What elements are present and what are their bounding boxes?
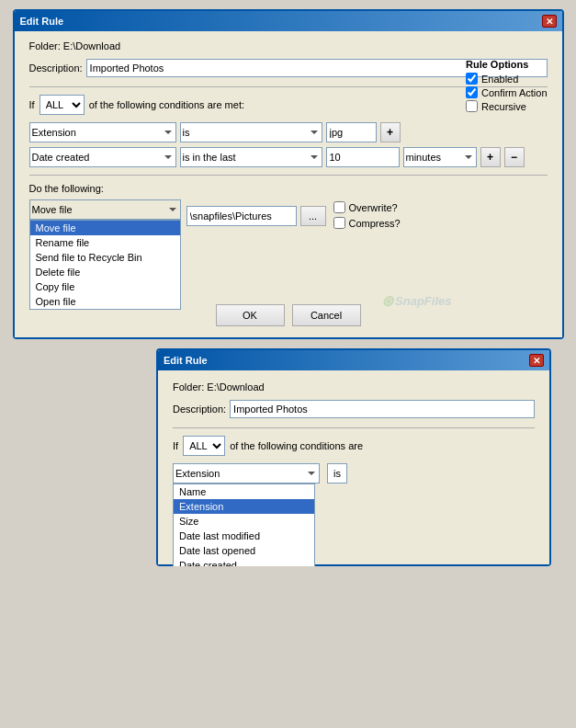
conditions-text: of the following conditions are met: [89,99,244,110]
add-condition-1-button[interactable]: + [380,122,401,142]
conditions-text-2: of the following conditions are [230,440,363,451]
confirm-label: Confirm Action [481,87,548,98]
confirm-row: Confirm Action [466,86,548,98]
condition-row-2b: Extension Name Extension Size Date last … [173,463,535,483]
action-send-recycle[interactable]: Send file to Recycle Bin [30,250,180,265]
condition-row-2: Extension Name Size Date last modified D… [29,147,548,167]
ext-opt-name[interactable]: Name [174,484,314,499]
title-bar-1: Edit Rule ✕ [15,11,562,31]
ext-field-container: Extension Name Extension Size Date last … [173,463,320,483]
path-input[interactable] [186,206,297,226]
window-title-1: Edit Rule [20,16,64,27]
browse-button[interactable]: ... [300,206,326,226]
close-button-2[interactable]: ✕ [529,354,544,367]
condition1-field-select[interactable]: Extension Name Size Date last modified D… [29,122,176,142]
condition2-unit-select[interactable]: minutes hours days [403,147,477,167]
compress-row: Compress? [333,217,401,229]
ext-opt-date-modified[interactable]: Date last modified [174,529,314,543]
enabled-label: Enabled [481,74,518,85]
recursive-row: Recursive [466,100,548,112]
compress-checkbox[interactable] [333,217,345,229]
ext-dropdown-list: Name Extension Size Date last modified D… [173,483,315,566]
ext-opt-date-opened[interactable]: Date last opened [174,543,314,558]
window-title-2: Edit Rule [164,355,208,366]
close-button-1[interactable]: ✕ [542,15,557,28]
ext-opt-date-created[interactable]: Date created [174,558,314,566]
description-input-2[interactable] [230,400,535,418]
action-delete-file[interactable]: Delete file [30,265,180,279]
condition1-operator-select[interactable]: is is not contains [180,122,322,142]
all-select[interactable]: ALL ANY [40,95,85,115]
condition2-field-select[interactable]: Extension Name Size Date last modified D… [29,147,176,167]
recursive-checkbox[interactable] [466,100,478,112]
all-select-2[interactable]: ALL [183,436,225,456]
ext-opt-extension[interactable]: Extension [174,499,314,514]
overwrite-checkbox[interactable] [333,201,345,213]
separator-3 [173,427,535,428]
cancel-button[interactable]: Cancel [292,304,361,326]
overwrite-area: Overwrite? Compress? [333,201,401,231]
separator-2 [29,175,548,176]
action-dropdown-list: Move file Rename file Send file to Recyc… [29,220,181,310]
window2-body: Folder: E:\Download Description: If ALL … [158,370,549,564]
remove-condition-2-button[interactable]: − [504,147,525,167]
action-copy-file[interactable]: Copy file [30,279,180,294]
description-label-2: Description: [173,404,226,415]
action-move-file[interactable]: Move file [30,221,180,235]
edit-rule-window-2: Edit Rule ✕ Folder: E:\Download Descript… [156,348,551,566]
folder-display-2: Folder: E:\Download [173,381,535,392]
action-rename-file[interactable]: Rename file [30,235,180,250]
overwrite-label: Overwrite? [349,202,398,213]
confirm-checkbox[interactable] [466,86,478,98]
if-label-2: If [173,440,178,451]
condition1-value-input[interactable] [326,122,377,142]
enabled-row: Enabled [466,73,548,85]
condition2-value-input[interactable] [326,147,400,167]
folder-display: Folder: E:\Download [29,40,548,51]
rule-options-title: Rule Options [466,59,548,70]
condition-field-select-2[interactable]: Extension [173,463,320,483]
recursive-label: Recursive [481,101,526,112]
description-row-2: Description: [173,400,535,418]
operator-static: is [327,463,347,483]
enabled-checkbox[interactable] [466,73,478,85]
edit-rule-window-1: Edit Rule ✕ Rule Options Enabled Confirm… [13,9,564,339]
ok-button[interactable]: OK [216,304,285,326]
compress-label: Compress? [349,218,401,229]
do-following-label: Do the following: [29,183,548,194]
condition-row-1: Extension Name Size Date last modified D… [29,122,548,142]
description-label: Description: [29,63,83,74]
if-label: If [29,99,35,110]
add-condition-2-button[interactable]: + [480,147,501,167]
action-area: Move file Rename file Send file to Recyc… [29,199,548,231]
action-select[interactable]: Move file Rename file Send file to Recyc… [29,199,181,220]
overwrite-row: Overwrite? [333,201,401,213]
action-dropdown-container: Move file Rename file Send file to Recyc… [29,199,181,220]
conditions-header-2: If ALL of the following conditions are [173,436,535,456]
title-bar-2: Edit Rule ✕ [158,350,549,370]
ext-opt-size[interactable]: Size [174,514,314,529]
ok-cancel-row: OK Cancel [29,304,548,326]
rule-options-panel: Rule Options Enabled Confirm Action Recu… [466,59,548,114]
condition2-operator-select[interactable]: is in the last is is not is before is af… [180,147,322,167]
path-area: ... Overwrite? Compress? [186,201,401,231]
